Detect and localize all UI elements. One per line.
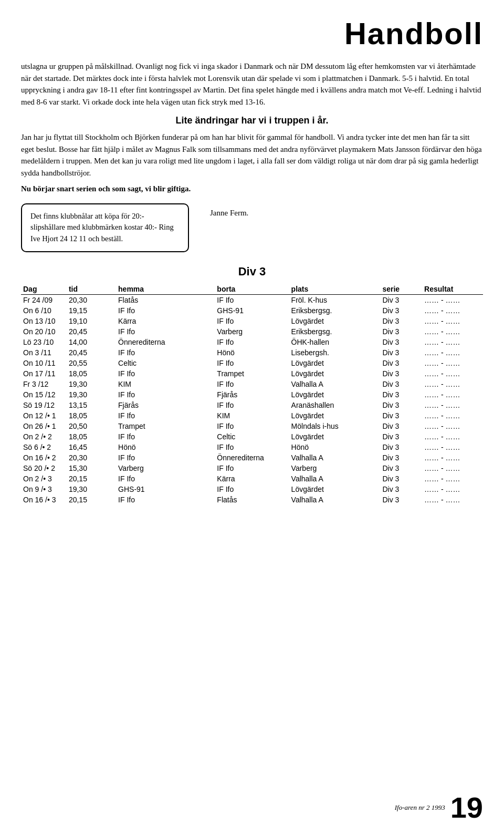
- table-cell: IF Ifo: [215, 400, 289, 410]
- table-row: On 12 /• 118,05IF IfoKIMLövgärdetDiv 3………: [21, 410, 483, 421]
- table-cell: Div 3: [380, 421, 422, 431]
- table-cell: 19,15: [67, 305, 116, 316]
- table-cell: On 17 /11: [21, 368, 67, 379]
- table-cell: Önnerediterna: [215, 452, 289, 463]
- table-cell: 16,45: [67, 442, 116, 452]
- table-cell: IF Ifo: [116, 431, 215, 442]
- table-cell: 19,30: [67, 389, 116, 400]
- schedule-table: Dag tid hemma borta plats serie Resultat…: [21, 284, 483, 505]
- table-cell: 20,15: [67, 473, 116, 484]
- table-cell: Önnerediterna: [116, 337, 215, 347]
- table-cell: IF Ifo: [215, 316, 289, 326]
- table-row: On 3 /1120,45IF IfoHönöLisebergsh.Div 3……: [21, 347, 483, 358]
- table-cell: …… - ……: [422, 400, 483, 410]
- table-cell: On 3 /11: [21, 347, 67, 358]
- table-cell: 18,05: [67, 410, 116, 421]
- table-cell: Varberg: [289, 463, 381, 473]
- table-cell: IF Ifo: [116, 494, 215, 505]
- table-cell: Div 3: [380, 410, 422, 421]
- table-cell: Div 3: [380, 326, 422, 337]
- col-header-tid: tid: [67, 284, 116, 295]
- table-cell: Celtic: [215, 431, 289, 442]
- table-row: On 20 /1020,45IF IfoVarbergEriksbergsg.D…: [21, 326, 483, 337]
- table-cell: On 16 /• 2: [21, 452, 67, 463]
- table-cell: On 15 /12: [21, 389, 67, 400]
- table-cell: 13,15: [67, 400, 116, 410]
- table-cell: Sö 19 /12: [21, 400, 67, 410]
- table-cell: …… - ……: [422, 494, 483, 505]
- table-cell: On 20 /10: [21, 326, 67, 337]
- club-notice-box: Det finns klubbnålar att köpa för 20:- s…: [21, 203, 189, 252]
- table-cell: Div 3: [380, 337, 422, 347]
- table-cell: Lövgärdet: [289, 484, 381, 494]
- table-cell: Valhalla A: [289, 494, 381, 505]
- table-row: On 13 /1019,10KärraIF IfoLövgärdetDiv 3……: [21, 316, 483, 326]
- table-cell: Lövgärdet: [289, 389, 381, 400]
- table-cell: Lövgärdet: [289, 358, 381, 368]
- table-cell: Div 3: [380, 379, 422, 389]
- table-cell: Div 3: [380, 442, 422, 452]
- table-cell: IF Ifo: [215, 358, 289, 368]
- table-cell: On 9 /• 3: [21, 484, 67, 494]
- table-row: On 9 /• 319,30GHS-91IF IfoLövgärdetDiv 3…: [21, 484, 483, 494]
- table-cell: 20,30: [67, 452, 116, 463]
- table-cell: 18,05: [67, 431, 116, 442]
- table-cell: 18,05: [67, 368, 116, 379]
- table-cell: Lö 23 /10: [21, 337, 67, 347]
- table-cell: On 12 /• 1: [21, 410, 67, 421]
- table-row: On 2 /• 320,15IF IfoKärraValhalla ADiv 3…: [21, 473, 483, 484]
- table-cell: Eriksbergsg.: [289, 305, 381, 316]
- table-cell: Div 3: [380, 305, 422, 316]
- table-row: Fr 24 /0920,30FlatåsIF IfoFröl. K-husDiv…: [21, 294, 483, 305]
- table-cell: GHS-91: [116, 484, 215, 494]
- table-cell: On 16 /• 3: [21, 494, 67, 505]
- table-cell: …… - ……: [422, 442, 483, 452]
- col-header-hemma: hemma: [116, 284, 215, 295]
- table-cell: IF Ifo: [116, 410, 215, 421]
- table-cell: On 10 /11: [21, 358, 67, 368]
- table-cell: Div 3: [380, 452, 422, 463]
- table-cell: …… - ……: [422, 463, 483, 473]
- table-cell: IF Ifo: [116, 389, 215, 400]
- table-cell: On 13 /10: [21, 316, 67, 326]
- table-cell: On 2 /• 2: [21, 431, 67, 442]
- table-cell: KIM: [215, 410, 289, 421]
- table-cell: Fr 3 /12: [21, 379, 67, 389]
- table-cell: 19,30: [67, 484, 116, 494]
- table-cell: Sö 6 /• 2: [21, 442, 67, 452]
- table-cell: Kärra: [215, 473, 289, 484]
- table-cell: …… - ……: [422, 389, 483, 400]
- table-cell: Lövgärdet: [289, 431, 381, 442]
- table-cell: IF Ifo: [215, 337, 289, 347]
- table-cell: Fröl. K-hus: [289, 294, 381, 305]
- table-cell: …… - ……: [422, 431, 483, 442]
- table-cell: KIM: [116, 379, 215, 389]
- table-cell: GHS-91: [215, 305, 289, 316]
- table-cell: 20,15: [67, 494, 116, 505]
- table-cell: Div 3: [380, 494, 422, 505]
- club-notice-text: Det finns klubbnålar att köpa för 20:- s…: [30, 212, 174, 243]
- table-cell: …… - ……: [422, 484, 483, 494]
- footer: Ifo-aren nr 2 1993 19: [395, 790, 483, 824]
- table-row: Fr 3 /1219,30KIMIF IfoValhalla ADiv 3…… …: [21, 379, 483, 389]
- table-cell: IF Ifo: [215, 463, 289, 473]
- table-cell: …… - ……: [422, 347, 483, 358]
- table-cell: IF Ifo: [116, 326, 215, 337]
- table-cell: Valhalla A: [289, 452, 381, 463]
- table-cell: Eriksbergsg.: [289, 326, 381, 337]
- table-cell: Fr 24 /09: [21, 294, 67, 305]
- table-cell: …… - ……: [422, 368, 483, 379]
- page-title: Handboll: [344, 16, 483, 50]
- table-row: On 6 /1019,15IF IfoGHS-91Eriksbergsg.Div…: [21, 305, 483, 316]
- table-cell: Div 3: [380, 294, 422, 305]
- section-heading: Lite ändringar har vi i truppen i år.: [21, 115, 483, 126]
- col-header-plats: plats: [289, 284, 381, 295]
- table-cell: Sö 20 /• 2: [21, 463, 67, 473]
- col-header-serie: serie: [380, 284, 422, 295]
- header: Handboll: [21, 16, 483, 51]
- table-cell: …… - ……: [422, 421, 483, 431]
- col-header-dag: Dag: [21, 284, 67, 295]
- table-cell: Lövgärdet: [289, 316, 381, 326]
- table-cell: Hönö: [289, 442, 381, 452]
- signature-name: Janne Ferm.: [210, 209, 248, 217]
